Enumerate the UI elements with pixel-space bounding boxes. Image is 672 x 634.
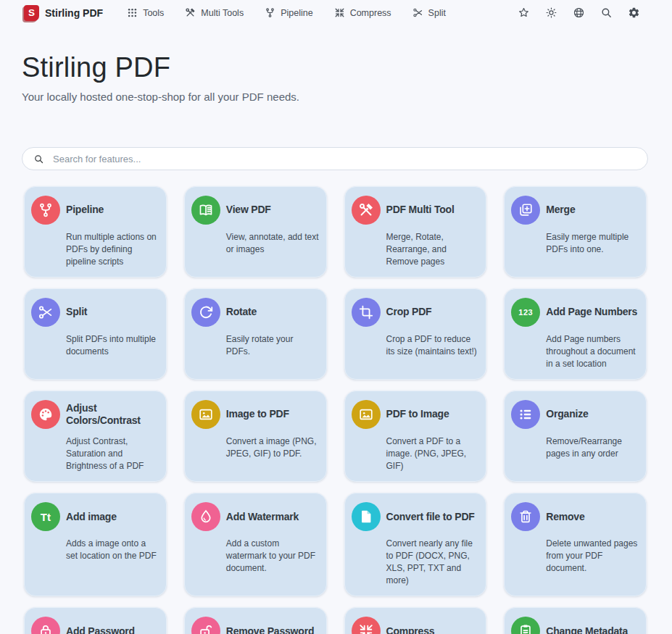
card-title: Add image [66, 511, 159, 524]
card-description: Adds a image onto a set location on the … [66, 538, 159, 562]
card-description: Delete unwanted pages from your PDF docu… [546, 538, 639, 575]
page-header: Stirling PDF Your locally hosted one-sto… [0, 52, 672, 103]
card-change-metadata[interactable]: Change MetadataChange/Remove/Add metadat… [504, 607, 647, 634]
card-view-pdf[interactable]: View PDFView, annotate, add text or imag… [184, 186, 327, 278]
card-rotate[interactable]: RotateEasily rotate your PDFs. [184, 288, 327, 380]
card-title: Compress [386, 625, 480, 634]
card-title: PDF to Image [386, 408, 480, 421]
card-title: Remove [546, 511, 639, 524]
card-add-image[interactable]: TtAdd imageAdds a image onto a set locat… [24, 493, 167, 596]
nav-item-split[interactable]: Split [412, 7, 446, 18]
lock-icon [31, 617, 60, 634]
card-title: Remove Password [226, 625, 320, 634]
card-description: Remove/Rearrange pages in any order [546, 435, 639, 460]
nav-item-label: Tools [143, 8, 164, 18]
card-crop-pdf[interactable]: Crop PDFCrop a PDF to reduce its size (m… [344, 288, 487, 380]
image-icon [352, 400, 381, 429]
nav-item-label: Split [428, 8, 446, 18]
nav-item-multi-tools[interactable]: Multi Tools [185, 7, 244, 18]
nav-item-label: Compress [350, 8, 391, 18]
list-icon [511, 400, 540, 429]
brand-label: Stirling PDF [45, 7, 103, 19]
card-title: Organize [546, 408, 639, 421]
nav-item-tools[interactable]: Tools [127, 7, 164, 18]
card-title: Rotate [226, 306, 320, 319]
card-description: Add a custom watermark to your PDF docum… [226, 538, 320, 575]
card-description: Add Page numbers throughout a document i… [546, 333, 639, 370]
card-title: PDF Multi Tool [386, 204, 480, 217]
card-pipeline[interactable]: PipelineRun multiple actions on PDFs by … [24, 186, 167, 278]
page-title: Stirling PDF [22, 52, 650, 83]
card-add-password[interactable]: Add PasswordEncrypt your PDF document wi… [24, 607, 167, 634]
card-image-to-pdf[interactable]: Image to PDFConvert a image (PNG, JPEG, … [184, 391, 327, 482]
grid-icon [127, 7, 138, 18]
card-add-page-numbers[interactable]: 123Add Page NumbersAdd Page numbers thro… [504, 288, 647, 380]
book-open-icon [191, 196, 220, 225]
card-title: Pipeline [66, 204, 159, 217]
brand[interactable]: S Stirling PDF [24, 5, 103, 21]
card-title: Change Metadata [546, 625, 639, 634]
card-remove[interactable]: RemoveDelete unwanted pages from your PD… [504, 493, 647, 596]
page-subtitle: Your locally hosted one-stop-shop for al… [22, 91, 650, 103]
trash-icon [511, 502, 540, 531]
theme-toggle-button[interactable] [545, 7, 557, 19]
scissors-icon [412, 7, 423, 18]
sun-icon [545, 10, 557, 21]
language-button[interactable] [573, 7, 585, 19]
search-button[interactable] [600, 7, 613, 19]
search-icon [600, 10, 613, 21]
card-title: Convert file to PDF [386, 511, 480, 524]
card-title: Add Watermark [226, 511, 320, 524]
file-icon [352, 502, 381, 531]
card-pdf-multi-tool[interactable]: PDF Multi ToolMerge, Rotate, Rearrange, … [344, 186, 487, 278]
card-remove-password[interactable]: Remove PasswordRemove password protectio… [184, 607, 327, 634]
multi-tools-icon [185, 7, 196, 18]
card-title: Merge [546, 204, 639, 217]
settings-button[interactable] [628, 7, 640, 19]
card-convert-file-to-pdf[interactable]: Convert file to PDFConvert nearly any fi… [344, 493, 487, 596]
card-description: Easily rotate your PDFs. [226, 333, 320, 358]
pipeline-icon [31, 196, 60, 225]
card-title: Add Page Numbers [546, 306, 639, 319]
compress-icon [352, 617, 381, 634]
card-adjust-colors-contrast[interactable]: Adjust Colors/ContrastAdjust Contrast, S… [24, 391, 167, 482]
numbers-123-icon: 123 [511, 298, 540, 327]
compress-icon [334, 7, 345, 18]
card-organize[interactable]: OrganizeRemove/Rearrange pages in any or… [504, 391, 647, 482]
card-description: Convert a PDF to a image. (PNG, JPEG, GI… [386, 435, 480, 472]
card-description: Merge, Rotate, Rearrange, and Remove pag… [386, 231, 480, 268]
nav-menu: ToolsMulti ToolsPipelineCompressSplit [127, 7, 446, 18]
droplet-icon [191, 502, 220, 531]
palette-icon [31, 400, 60, 429]
gear-icon [628, 10, 640, 21]
pipeline-icon [265, 7, 275, 18]
crop-icon [352, 298, 381, 327]
rotate-icon [191, 298, 220, 327]
nav-item-compress[interactable]: Compress [334, 7, 391, 18]
card-title: Adjust Colors/Contrast [66, 402, 159, 427]
card-add-watermark[interactable]: Add WatermarkAdd a custom watermark to y… [184, 493, 327, 596]
image-icon [191, 400, 220, 429]
search-input[interactable] [51, 153, 636, 165]
merge-layers-icon [511, 196, 540, 225]
top-navbar: S Stirling PDF ToolsMulti ToolsPipelineC… [0, 0, 672, 24]
globe-icon [573, 10, 585, 21]
stirling-logo-icon: S [24, 5, 39, 21]
favourites-button[interactable] [518, 7, 530, 19]
star-icon [518, 10, 530, 21]
card-description: Adjust Contrast, Saturation and Brightne… [66, 435, 159, 472]
card-title: Split [66, 306, 159, 319]
multi-tools-icon [352, 196, 381, 225]
card-compress[interactable]: CompressCompress PDFs to reduce their fi… [344, 607, 487, 634]
feature-card-grid: PipelineRun multiple actions on PDFs by … [24, 186, 647, 634]
nav-actions [518, 7, 640, 19]
card-merge[interactable]: MergeEasily merge multiple PDFs into one… [504, 186, 647, 278]
text-Tt-icon: Tt [31, 502, 60, 531]
card-title: Image to PDF [226, 408, 320, 421]
card-description: Crop a PDF to reduce its size (maintains… [386, 333, 480, 358]
nav-item-pipeline[interactable]: Pipeline [265, 7, 312, 18]
scissors-icon [31, 298, 60, 327]
nav-item-label: Pipeline [281, 8, 312, 18]
card-pdf-to-image[interactable]: PDF to ImageConvert a PDF to a image. (P… [344, 391, 487, 482]
card-split[interactable]: SplitSplit PDFs into multiple documents [24, 288, 167, 380]
